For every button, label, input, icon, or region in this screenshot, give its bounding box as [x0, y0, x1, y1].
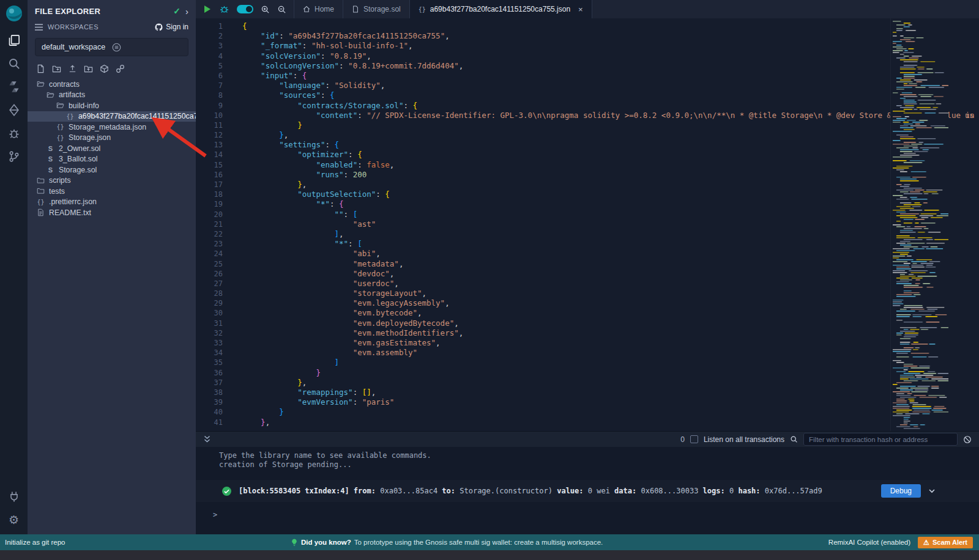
tree-item-a69b43f277ba20fcac141151250ca7[interactable]: {}a69b43f277ba20fcac141151250ca7...: [28, 111, 196, 122]
solidity-compiler-icon[interactable]: [3, 76, 25, 98]
new-folder-icon[interactable]: [52, 64, 61, 73]
new-file-icon[interactable]: [36, 64, 45, 73]
code-line: "solcVersion": "0.8.19",: [242, 51, 979, 61]
search-icon[interactable]: [790, 435, 798, 443]
success-check-icon: [221, 486, 232, 496]
git-icon[interactable]: [3, 146, 25, 168]
link-icon[interactable]: [116, 64, 125, 73]
solidity-file-icon: S: [46, 166, 55, 174]
deploy-run-icon[interactable]: [3, 99, 25, 121]
tree-item-storage-metadata-json[interactable]: {}Storage_metadata.json: [28, 122, 196, 133]
line-number: 6: [196, 71, 223, 81]
clear-console-icon[interactable]: [963, 435, 972, 444]
line-number: 36: [196, 368, 223, 378]
terminal[interactable]: Type the library name to see available c…: [196, 447, 979, 534]
debug-button[interactable]: Debug: [881, 484, 921, 498]
workspaces-label: WORKSPACES: [48, 23, 150, 31]
code-line: }: [242, 120, 979, 130]
tab-home[interactable]: Home: [294, 0, 343, 18]
bug-icon[interactable]: [219, 4, 229, 15]
file-label: artifacts: [59, 90, 85, 99]
terminal-header: 0 Listen on all transactions: [196, 431, 979, 447]
line-number: 34: [196, 348, 223, 358]
code-line: "*": {: [242, 199, 979, 209]
chevron-right-icon[interactable]: ›: [185, 7, 188, 16]
code-line: "sources": {: [242, 90, 979, 100]
line-number: 5: [196, 61, 223, 71]
tx-block-label: [block:5583405 txIndex:4]: [239, 487, 349, 495]
workspace-menu-icon[interactable]: [112, 43, 182, 52]
overflow-text-fragment: us: [965, 111, 974, 120]
copilot-status[interactable]: RemixAI Copilot (enabled): [828, 539, 910, 546]
tree-item-2-owner-sol[interactable]: S2_Owner.sol: [28, 143, 196, 154]
hamburger-icon[interactable]: [35, 24, 43, 31]
line-number: 7: [196, 81, 223, 90]
tree-item-storage-sol[interactable]: SStorage.sol: [28, 164, 196, 175]
code-line: "ast": [242, 219, 979, 229]
tree-item-prettierrc-json[interactable]: {}.prettierrc.json: [28, 197, 196, 208]
editor-tabs: HomeStorage.sol{}a69b43f277ba20fcac14115…: [294, 0, 592, 18]
close-icon[interactable]: ×: [578, 5, 583, 14]
plugin-manager-icon[interactable]: [3, 485, 25, 507]
line-number: 11: [196, 120, 223, 130]
code-line: },: [242, 180, 979, 190]
terminal-expand-icon[interactable]: [203, 435, 211, 443]
tree-item-scripts[interactable]: scripts: [28, 175, 196, 186]
tree-item-3-ballot-sol[interactable]: S3_Ballot.sol: [28, 154, 196, 165]
code-content: { "id": "a69b43f277ba20fcac141151250ca75…: [242, 21, 979, 427]
line-number: 12: [196, 130, 223, 140]
run-script-button[interactable]: [203, 5, 212, 13]
status-bar: Initialize as git repo Did you know? To …: [0, 534, 979, 550]
file-explorer-icon[interactable]: [3, 29, 25, 51]
zoom-in-icon[interactable]: [261, 5, 270, 14]
tx-key: from:: [349, 487, 381, 495]
tree-item-contracts[interactable]: contracts: [28, 79, 196, 90]
file-label: 2_Owner.sol: [59, 144, 100, 153]
activity-bar-items: [3, 29, 25, 168]
sign-in-button[interactable]: Sign in: [155, 23, 188, 31]
code-line: "language": "Solidity",: [242, 81, 979, 90]
listen-checkbox[interactable]: [690, 435, 698, 443]
search-icon[interactable]: [3, 53, 25, 75]
line-number: 38: [196, 388, 223, 397]
code-editor[interactable]: 1234567891011121314151617181920212223242…: [196, 18, 979, 431]
upload-file-icon[interactable]: [68, 64, 77, 73]
file-label: a69b43f277ba20fcac141151250ca7...: [78, 112, 196, 120]
app-window: ⚙ FILE EXPLORER ✓ › WORKSPACES Sign in d…: [0, 0, 979, 534]
ipfs-box-icon[interactable]: [100, 64, 109, 73]
code-line: {: [242, 21, 979, 31]
tree-item-artifacts[interactable]: artifacts: [28, 90, 196, 101]
activity-bar: ⚙: [0, 0, 28, 534]
terminal-prompt[interactable]: >: [196, 510, 979, 519]
settings-icon[interactable]: ⚙: [3, 509, 25, 531]
line-number: 17: [196, 180, 223, 190]
debugger-icon[interactable]: [3, 122, 25, 144]
remix-logo-icon[interactable]: [4, 4, 24, 23]
tab-a69b43f277ba20fcac141151250ca755-json[interactable]: {}a69b43f277ba20fcac141151250ca755.json×: [410, 0, 592, 18]
upload-folder-icon[interactable]: [84, 64, 93, 73]
tab-storage-sol[interactable]: Storage.sol: [343, 0, 410, 18]
chevron-down-icon[interactable]: [928, 487, 936, 495]
workspace-dropdown[interactable]: default_workspace: [35, 38, 188, 56]
tree-item-storage-json[interactable]: {}Storage.json: [28, 133, 196, 144]
transaction-row[interactable]: [block:5583405 txIndex:4] from: 0xa03...…: [196, 480, 979, 502]
line-number: 39: [196, 397, 223, 407]
folder-open-icon: [46, 91, 55, 99]
tree-item-readme-txt[interactable]: README.txt: [28, 207, 196, 218]
zoom-out-icon[interactable]: [277, 5, 286, 14]
lightbulb-icon: [291, 539, 298, 546]
editor-toggle-switch[interactable]: [237, 5, 253, 13]
line-number: 29: [196, 298, 223, 308]
code-line: "outputSelection": {: [242, 190, 979, 199]
tree-item-build-info[interactable]: build-info: [28, 100, 196, 111]
git-init-button[interactable]: Initialize as git repo: [0, 539, 65, 546]
workspace-name: default_workspace: [42, 43, 112, 51]
line-number: 14: [196, 150, 223, 160]
tree-item-tests[interactable]: tests: [28, 186, 196, 197]
code-line: "solcLongVersion": "0.8.19+commit.7dd6d4…: [242, 61, 979, 71]
transaction-filter-input[interactable]: [803, 433, 958, 446]
minimap[interactable]: [890, 18, 948, 431]
scam-alert-label: Scam Alert: [932, 539, 967, 546]
line-number: 15: [196, 160, 223, 170]
scam-alert-button[interactable]: ⚠Scam Alert: [918, 537, 973, 548]
